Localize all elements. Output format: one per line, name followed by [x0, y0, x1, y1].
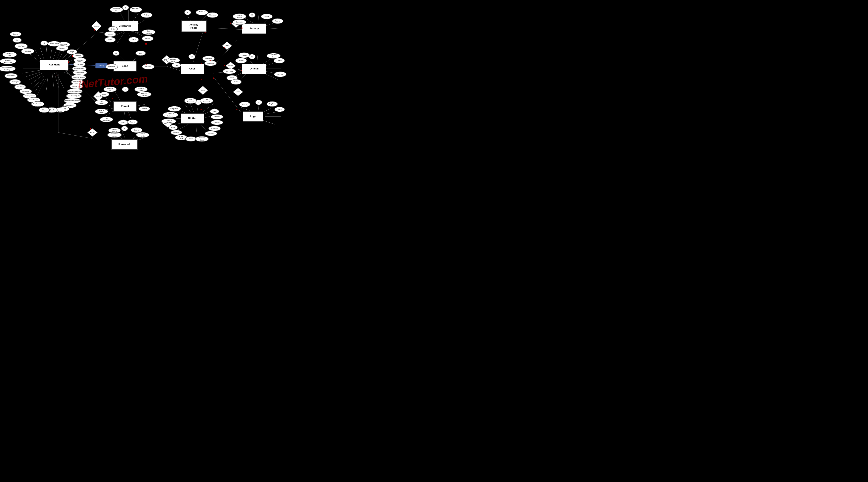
svg-line-92 [24, 72, 41, 77]
card-m-p: M [128, 114, 129, 116]
svg-line-77 [40, 47, 44, 60]
svg-text:Recorded: Recorded [146, 33, 152, 34]
attr-p-contact: P Contact [208, 133, 214, 134]
svg-line-9 [193, 32, 203, 63]
attr-ap-id: ID [187, 12, 188, 13]
attr-address: Address [239, 60, 244, 61]
entity-clearance-label: Clearance [119, 24, 131, 27]
svg-text:Activity: Activity [237, 17, 242, 19]
svg-line-95 [33, 76, 44, 88]
svg-line-58 [266, 28, 279, 29]
entity-logs-label: Logs [250, 115, 256, 118]
svg-line-93 [28, 73, 42, 80]
attr-gender: Gender [57, 111, 62, 113]
card-1-zone-u: 1 [146, 63, 147, 65]
attr-civil-status: Civil Status [17, 86, 24, 88]
attr-activity-id-ap: Activity Id [199, 11, 205, 12]
attr-amount-cl: Amount [108, 33, 113, 35]
attr-marital-status: Marital Status [7, 75, 16, 76]
attr-household-id: ID [124, 128, 125, 129]
svg-text:Family: Family [141, 135, 145, 137]
attr-logs-id: ID [258, 102, 259, 103]
attr-or-no-p: Or No. [102, 94, 107, 95]
attr-amount-p: Amount [142, 108, 147, 109]
attr-household-id-h: House [113, 129, 117, 130]
attr-relation: Relation To Head [2, 67, 12, 68]
attr-person-complain: Person to [166, 120, 172, 121]
attr-head-family: Head of [140, 133, 145, 134]
card-1-res-h: 1 [56, 75, 57, 77]
attr-purpose: Purpose [145, 38, 150, 39]
svg-line-98 [46, 74, 48, 91]
attr-c-age: C Age [213, 110, 216, 112]
attr-monthly-income: Monthly Income [25, 95, 35, 97]
attr-length-stay: Length of Stay [33, 103, 42, 105]
attr-user-id-b: User Id [189, 138, 193, 139]
card-1-u-ap: 1 [201, 62, 202, 64]
er-diagram: process belong process belong process ha… [0, 0, 289, 161]
attr-c-contact: C Contact [214, 122, 220, 123]
attr-username-z: Username [108, 66, 115, 67]
process-label-3: process [96, 96, 101, 97]
attr-date-recorded-b: Date [205, 99, 208, 100]
encode-label-1: encode [225, 45, 229, 46]
attr-term-end: Term End [277, 73, 283, 75]
attr-last-name: Last Name [60, 44, 67, 45]
entity-activity-photo-label: Activity [189, 23, 198, 26]
attr-term-start: Term Start [226, 70, 232, 72]
svg-text:Incidence: Incidence [167, 115, 173, 117]
entity-zone-label: Zone [122, 64, 128, 67]
card-1-user: 1 [179, 68, 180, 70]
attr-activity-name: Activity [265, 15, 269, 17]
attr-username-u: Username [205, 58, 212, 59]
card-1-p: 1 [112, 98, 113, 100]
svg-line-55 [258, 14, 259, 24]
card-m-bl: M [200, 108, 202, 110]
entity-activity-photo-label2: Photo [190, 27, 197, 29]
attr-user-id-act: User Id [275, 20, 280, 22]
svg-text:Status: Status [200, 139, 204, 141]
attr-p-address: P Address [211, 128, 218, 129]
card-m-cl: M [145, 43, 147, 45]
svg-text:Address: Address [142, 95, 147, 96]
svg-line-31 [129, 113, 131, 121]
entity-activity-photo [181, 21, 207, 32]
attr-date-recorded-p: Date [105, 118, 108, 119]
svg-text:Taken: Taken [179, 138, 183, 139]
svg-text:Id: Id [110, 90, 111, 91]
attr-house-ownership: House Ownership Status [66, 95, 82, 97]
card-1-h: 1 [90, 128, 91, 130]
attr-resident-id: ID [43, 42, 45, 44]
attr-username-res: Username [77, 59, 83, 61]
attr-lightning: Lightning Facilities [73, 76, 85, 78]
attr-date-recorded-cl: Date [147, 30, 150, 32]
attr-or-no: Or No. [111, 28, 115, 30]
svg-line-76 [35, 50, 42, 61]
svg-line-51 [190, 102, 194, 113]
attr-complain-status: Complain [199, 137, 205, 139]
attr-middle-name: Middle Name [50, 43, 58, 44]
attr-complain: Complain [173, 132, 179, 133]
svg-text:belong: belong [99, 65, 104, 66]
attr-differently-abled: Differently [5, 59, 11, 61]
card-m-lg: M [236, 108, 238, 110]
entity-official-label: Official [250, 67, 258, 70]
card-m-u-act: M [224, 46, 225, 49]
attr-first-name: First Name [76, 63, 83, 65]
svg-text:Business: Business [99, 103, 104, 104]
card-m-of: M [241, 69, 242, 71]
attr-remarks: Remarks [75, 55, 81, 56]
card-1-u-lg: 1 [213, 77, 214, 79]
attr-date-activity: Date of [237, 15, 242, 16]
attr-status-cl: Status [131, 39, 135, 40]
attr-status-p: Status [121, 122, 125, 123]
svg-line-78 [46, 45, 47, 60]
card-1-u-of: 1 [224, 65, 225, 67]
attr-birth-date: Birth Date [25, 51, 31, 52]
svg-line-101 [56, 72, 64, 88]
attr-complete-name-u: Complete [170, 58, 176, 60]
svg-text:of Family: of Family [4, 69, 10, 71]
attr-complainant: Complainant [170, 108, 178, 109]
attr-clearance-no: Clearance [113, 8, 120, 9]
attr-birth-place: Birth Place [18, 45, 25, 47]
